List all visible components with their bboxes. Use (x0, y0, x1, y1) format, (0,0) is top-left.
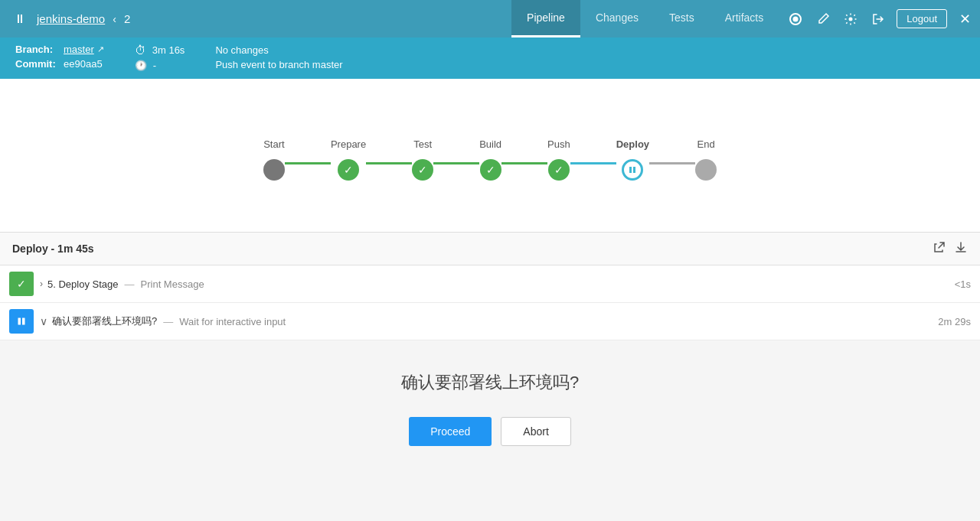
connector-deploy-end (649, 162, 695, 164)
stage-build-label: Build (479, 138, 501, 150)
tab-changes[interactable]: Changes (580, 0, 654, 37)
push-event-row: Push event to branch master (215, 59, 342, 70)
signout-icon[interactable] (869, 10, 887, 28)
stage-row-sep-2: — (163, 316, 173, 327)
svg-point-2 (849, 17, 853, 21)
stage-row-time-2: 2m 29s (938, 316, 971, 327)
stage-start: Start (263, 138, 285, 181)
external-link-icon: ↗ (97, 44, 104, 54)
stage-row-subtitle-1: Print Message (141, 278, 204, 290)
deploy-title: Deploy - 1m 45s (12, 243, 94, 255)
stage-push-circle: ✓ (548, 159, 570, 181)
build-number: 2 (124, 12, 130, 25)
pipeline-visualization: Start Prepare ✓ Test ✓ Build ✓ Push ✓ (0, 79, 980, 232)
svg-rect-4 (633, 167, 635, 173)
record-icon[interactable] (786, 10, 805, 28)
stage-deploy: Deploy (616, 138, 649, 181)
connector-build-push (501, 162, 547, 164)
connector-test-build (433, 162, 479, 164)
jenkins-demo-link[interactable]: jenkins-demo (37, 12, 105, 25)
download-icon[interactable] (954, 240, 968, 257)
close-icon[interactable]: ✕ (959, 11, 971, 28)
commit-label: Commit: (15, 58, 57, 70)
clock-value: - (153, 60, 156, 71)
tab-pipeline[interactable]: Pipeline (511, 0, 580, 37)
branch-label: Branch: (15, 44, 57, 55)
svg-point-1 (793, 16, 799, 21)
clock-icon: 🕐 (135, 60, 147, 71)
stage-row-name-confirm: 确认要部署线上环境吗? (52, 314, 157, 328)
abort-button[interactable]: Abort (501, 417, 570, 446)
stage-start-circle (263, 159, 285, 181)
chevron-left-icon: ‹ (113, 13, 116, 25)
stage-prepare: Prepare ✓ (331, 138, 366, 181)
svg-rect-6 (22, 318, 25, 325)
header-icons: Logout ✕ (786, 9, 971, 28)
connector-start-prepare (285, 162, 331, 164)
stage-build-circle: ✓ (480, 159, 501, 181)
deploy-section: Deploy - 1m 45s ✓ › 5. Deploy Stage — Pr… (0, 232, 980, 484)
stage-row-subtitle-2: Wait for interactive input (179, 316, 286, 327)
logout-button[interactable]: Logout (897, 9, 947, 28)
stage-row-deploy-stage: ✓ › 5. Deploy Stage — Print Message <1s (0, 265, 980, 303)
clock-row: 🕐 - (135, 60, 185, 71)
duration-icon: ⏱ (135, 44, 146, 57)
input-prompt: 确认要部署线上环境吗? Proceed Abort (0, 340, 980, 484)
branch-name[interactable]: master (64, 44, 94, 55)
duration-row: ⏱ 3m 16s (135, 44, 185, 57)
commit-hash: ee90aa5 (64, 58, 103, 70)
branch-row: Branch: master ↗ (15, 44, 104, 55)
expand-icon-deploy-stage[interactable]: › (40, 278, 43, 289)
open-external-icon[interactable] (933, 240, 946, 257)
stage-row-status-completed: ✓ (9, 272, 34, 296)
svg-rect-3 (629, 167, 632, 173)
header-left: ⏸ jenkins-demo ‹ 2 (9, 8, 511, 30)
stage-end-circle (695, 159, 717, 181)
stage-end: End (695, 138, 717, 181)
stage-row-status-paused (9, 309, 34, 334)
stage-build: Build ✓ (479, 138, 501, 181)
stage-prepare-circle: ✓ (338, 159, 359, 181)
stage-test-circle: ✓ (412, 159, 433, 181)
pipeline-stages: Start Prepare ✓ Test ✓ Build ✓ Push ✓ (263, 138, 717, 181)
info-col-left: Branch: master ↗ Commit: ee90aa5 (15, 44, 104, 71)
gear-icon[interactable] (841, 10, 860, 28)
tab-tests[interactable]: Tests (654, 0, 710, 37)
duration-value: 3m 16s (152, 44, 185, 56)
deploy-header: Deploy - 1m 45s (0, 233, 980, 265)
stage-deploy-label: Deploy (616, 138, 649, 150)
prompt-title: 确认要部署线上环境吗? (401, 371, 579, 394)
edit-icon[interactable] (814, 10, 832, 28)
proceed-button[interactable]: Proceed (409, 417, 492, 446)
prompt-buttons: Proceed Abort (409, 417, 571, 446)
stage-row-confirm: ∨ 确认要部署线上环境吗? — Wait for interactive inp… (0, 303, 980, 340)
stage-test-label: Test (413, 138, 432, 150)
stage-prepare-label: Prepare (331, 138, 366, 150)
connector-prepare-test (366, 162, 412, 164)
info-col-mid: ⏱ 3m 16s 🕐 - (135, 44, 185, 71)
nav-tabs: Pipeline Changes Tests Artifacts (511, 0, 779, 37)
commit-value: ee90aa5 (64, 58, 103, 70)
stage-push-label: Push (547, 138, 570, 150)
header: ⏸ jenkins-demo ‹ 2 Pipeline Changes Test… (0, 0, 980, 37)
deploy-actions (933, 240, 968, 257)
stage-end-label: End (697, 138, 715, 150)
branch-value: master ↗ (64, 44, 104, 55)
stage-row-time-1: <1s (955, 278, 971, 290)
commit-row: Commit: ee90aa5 (15, 58, 104, 70)
stage-start-label: Start (263, 138, 284, 150)
tab-artifacts[interactable]: Artifacts (710, 0, 779, 37)
info-bar: Branch: master ↗ Commit: ee90aa5 ⏱ 3m 16… (0, 37, 980, 79)
stage-row-sep-1: — (125, 278, 135, 290)
info-col-right: No changes Push event to branch master (215, 44, 342, 71)
svg-rect-5 (18, 318, 21, 325)
expand-icon-confirm[interactable]: ∨ (40, 315, 47, 327)
stage-push: Push ✓ (547, 138, 570, 181)
pause-icon: ⏸ (9, 8, 31, 30)
stage-row-name-deploy-stage: 5. Deploy Stage (47, 278, 119, 290)
push-event-text: Push event to branch master (215, 59, 342, 70)
stage-deploy-circle (622, 159, 643, 181)
connector-push-deploy (570, 162, 616, 164)
no-changes-text: No changes (215, 44, 268, 56)
no-changes-row: No changes (215, 44, 342, 56)
